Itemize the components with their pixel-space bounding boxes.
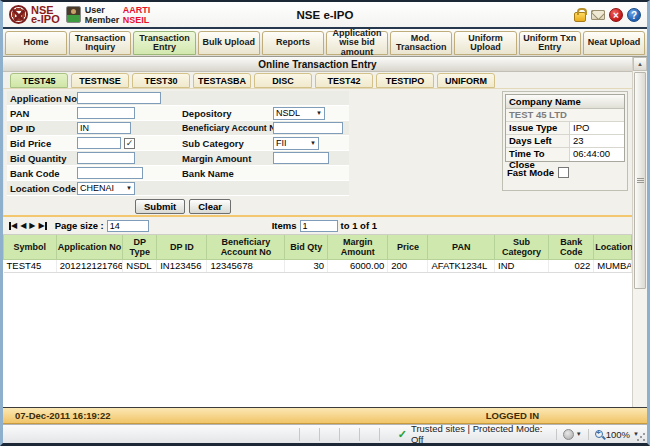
browser-status-bar: ✓ Trusted sites | Protected Mode: Off ▼ … (3, 424, 647, 443)
nav-tab-reports[interactable]: Reports (262, 31, 324, 55)
company-panel: Company Name TEST 45 LTD Issue TypeIPO D… (502, 91, 628, 191)
nav-tab-home[interactable]: Home (5, 31, 67, 55)
cell-beneficiary-account-no: 12345678 (207, 259, 285, 272)
issue-tab-testasba[interactable]: TESTASBA (193, 73, 251, 88)
member-label: Member (85, 15, 123, 25)
nav-tab-neat-upload[interactable]: Neat Upload (583, 31, 645, 55)
col-application-no[interactable]: Application No (56, 235, 123, 259)
bid-price-input[interactable] (77, 137, 121, 149)
col-margin-amount[interactable]: Margin Amount (328, 235, 388, 259)
col-price[interactable]: Price (388, 235, 428, 259)
nav-tab-bulk-upload[interactable]: Bulk Upload (198, 31, 260, 55)
nav-tab-mod-transaction[interactable]: Mod. Transaction (390, 31, 452, 55)
cell-location: MUMBAI (594, 259, 632, 272)
items-range: to 1 of 1 (341, 220, 377, 231)
issue-tab-strip: TEST45 TESTNSE TEST30 TESTASBA DISC TEST… (3, 72, 632, 89)
app-window: NSE e-IPO UserAARTI MemberNSEIL NSE e-IP… (0, 0, 650, 446)
items-label: Items (272, 220, 297, 231)
dp-id-input[interactable] (77, 122, 131, 134)
nav-tab-transaction-entry[interactable]: Transaction Entry (133, 31, 195, 55)
logo-text-eipo: e-IPO (31, 15, 60, 24)
nav-tab-application-wise-bid-amount[interactable]: Application wise bid amount (326, 31, 388, 55)
bid-price-checkbox[interactable]: ✓ (124, 138, 135, 149)
form-actions: Submit Clear (3, 197, 363, 215)
issue-tab-disc[interactable]: DISC (254, 73, 312, 88)
beneficiary-account-no-input[interactable] (273, 122, 343, 134)
margin-amount-input[interactable] (273, 152, 329, 164)
mail-icon[interactable] (591, 10, 605, 20)
help-icon[interactable]: ? (627, 8, 641, 22)
issue-tab-test45[interactable]: TEST45 (10, 73, 68, 88)
lock-icon[interactable] (574, 12, 586, 22)
issue-tab-uniform[interactable]: UNIFORM (437, 73, 495, 88)
main-nav: Home Transaction Inquiry Transaction Ent… (3, 29, 647, 57)
depository-label: Depository (179, 108, 273, 119)
col-dp-type[interactable]: DP Type (123, 235, 157, 259)
prev-page-button[interactable]: ◀ (20, 221, 26, 230)
issue-tab-testnse[interactable]: TESTNSE (71, 73, 129, 88)
cell-bid-qty: 30 (285, 259, 328, 272)
location-code-select[interactable]: CHENAI▼ (77, 182, 135, 195)
dp-id-label: DP ID (7, 123, 77, 134)
time-to-close-value: 06:44:00 (570, 148, 610, 161)
col-bid-qty[interactable]: Bid Qty (285, 235, 328, 259)
pan-input[interactable] (77, 107, 135, 119)
col-beneficiary-account-no[interactable]: Beneficiary Account No (207, 235, 285, 259)
zone-button[interactable]: ▼ (556, 429, 588, 440)
margin-amount-label: Margin Amount (179, 153, 273, 164)
bid-quantity-input[interactable] (77, 152, 135, 164)
issue-tab-testipo[interactable]: TESTIPO (376, 73, 434, 88)
col-sub-category[interactable]: Sub Category (495, 235, 549, 259)
company-name-header: Company Name (506, 95, 624, 109)
page-size-label: Page size : (55, 220, 104, 231)
application-no-input[interactable] (77, 92, 161, 104)
clear-button[interactable]: Clear (189, 199, 231, 214)
items-input[interactable] (300, 220, 338, 232)
vertical-scrollbar[interactable]: ▲ (632, 57, 647, 407)
cell-dp-id: IN123456 (157, 259, 207, 272)
zoom-level: 100% (606, 429, 630, 440)
col-symbol[interactable]: Symbol (4, 235, 57, 259)
resize-grip[interactable] (636, 432, 646, 442)
close-icon[interactable]: × (609, 8, 623, 22)
next-page-button[interactable]: ▶ (29, 221, 35, 230)
issue-tab-test30[interactable]: TEST30 (132, 73, 190, 88)
page-size-input[interactable] (107, 220, 149, 232)
submit-button[interactable]: Submit (135, 199, 185, 214)
cell-application-no: 201212121766 (56, 259, 123, 272)
header-icons: × ? (573, 8, 641, 22)
nse-emblem-icon (9, 5, 28, 24)
user-label: User (85, 5, 123, 15)
col-bank-code[interactable]: Bank Code (549, 235, 594, 259)
pan-label: PAN (7, 108, 77, 119)
cell-pan: AFATK1234L (428, 259, 495, 272)
last-page-button[interactable]: ▶ (38, 221, 46, 230)
status-datetime: 07-Dec-2011 16:19:22 (15, 410, 111, 421)
col-pan[interactable]: PAN (428, 235, 495, 259)
cell-bank-code: 022 (549, 259, 594, 272)
first-page-button[interactable]: ◀ (9, 221, 17, 230)
issue-type-value: IPO (570, 122, 589, 134)
bank-code-input[interactable] (77, 167, 143, 179)
globe-icon (563, 429, 574, 440)
cell-margin-amount: 6000.00 (328, 259, 388, 272)
sub-category-select[interactable]: FII▼ (273, 137, 319, 150)
bid-price-label: Bid Price (7, 138, 77, 149)
col-location[interactable]: Location (594, 235, 632, 259)
scroll-up-button[interactable]: ▲ (633, 57, 647, 71)
chevron-down-icon: ▼ (576, 431, 582, 437)
sub-category-label: Sub Category (179, 138, 273, 149)
depository-select[interactable]: NSDL▼ (273, 107, 325, 120)
issue-tab-test42[interactable]: TEST42 (315, 73, 373, 88)
scrollbar-thumb[interactable] (634, 72, 646, 289)
cell-sub-category: IND (495, 259, 549, 272)
nav-tab-transaction-inquiry[interactable]: Transaction Inquiry (69, 31, 131, 55)
table-row[interactable]: TEST45 201212121766 NSDL IN123456 123456… (4, 259, 632, 272)
bank-code-label: Bank Code (7, 168, 77, 179)
nav-tab-uniform-upload[interactable]: Uniform Upload (454, 31, 516, 55)
nav-tab-uniform-txn-entry[interactable]: Uniform Txn Entry (519, 31, 581, 55)
fast-mode-checkbox[interactable] (558, 167, 569, 178)
transaction-entry-form: Application No PAN Depository NSDL▼ DP I… (3, 89, 632, 197)
company-name-value: TEST 45 LTD (506, 109, 624, 122)
col-dp-id[interactable]: DP ID (157, 235, 207, 259)
